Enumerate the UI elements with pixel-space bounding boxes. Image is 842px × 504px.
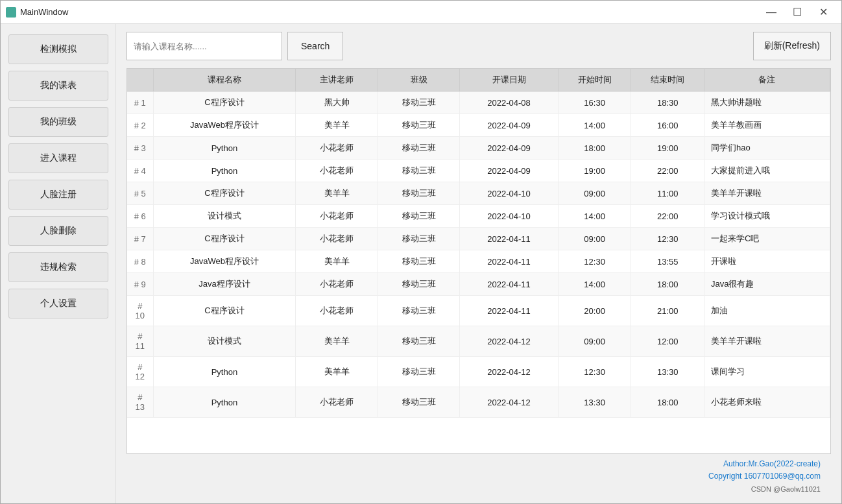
col-class: 班级 (378, 69, 459, 91)
sidebar-btn-my-class[interactable]: 我的班级 (8, 107, 108, 137)
course-table-container: 课程名称 主讲老师 班级 开课日期 开始时间 结束时间 备注 # 1 C程序设计… (126, 68, 831, 454)
title-controls: — ☐ ✕ (758, 3, 836, 22)
cell-course: Python (153, 160, 296, 182)
table-row[interactable]: # 11 设计模式 美羊羊 移动三班 2022-04-12 09:00 12:0… (127, 326, 830, 357)
maximize-button[interactable]: ☐ (784, 3, 810, 22)
cell-date: 2022-04-12 (460, 326, 559, 357)
table-row[interactable]: # 13 Python 小花老师 移动三班 2022-04-12 13:30 1… (127, 387, 830, 418)
cell-class: 移动三班 (378, 114, 459, 137)
cell-class: 移动三班 (378, 387, 459, 418)
table-row[interactable]: # 9 Java程序设计 小花老师 移动三班 2022-04-11 14:00 … (127, 273, 830, 296)
cell-class: 移动三班 (378, 182, 459, 205)
cell-start: 14:00 (558, 273, 631, 296)
cell-remark: 黑大帅讲题啦 (704, 91, 830, 114)
cell-remark: 美羊羊教画画 (704, 114, 830, 137)
table-row[interactable]: # 8 JavaWeb程序设计 美羊羊 移动三班 2022-04-11 12:3… (127, 250, 830, 273)
table-row[interactable]: # 10 C程序设计 小花老师 移动三班 2022-04-11 20:00 21… (127, 296, 830, 326)
cell-num: # 13 (127, 387, 153, 418)
sidebar-btn-face-register[interactable]: 人脸注册 (8, 180, 108, 210)
toolbar-left: Search (126, 32, 343, 60)
cell-class: 移动三班 (378, 205, 459, 228)
table-row[interactable]: # 12 Python 美羊羊 移动三班 2022-04-12 12:30 13… (127, 357, 830, 387)
table-row[interactable]: # 3 Python 小花老师 移动三班 2022-04-09 18:00 19… (127, 137, 830, 160)
table-row[interactable]: # 4 Python 小花老师 移动三班 2022-04-09 19:00 22… (127, 160, 830, 182)
cell-remark: 一起来学C吧 (704, 228, 830, 250)
cell-date: 2022-04-12 (460, 357, 559, 387)
table-row[interactable]: # 7 C程序设计 小花老师 移动三班 2022-04-11 09:00 12:… (127, 228, 830, 250)
cell-end: 12:30 (631, 228, 704, 250)
cell-end: 13:30 (631, 357, 704, 387)
cell-class: 移动三班 (378, 326, 459, 357)
cell-remark: 学习设计模式哦 (704, 205, 830, 228)
cell-course: JavaWeb程序设计 (153, 250, 296, 273)
cell-num: # 2 (127, 114, 153, 137)
cell-class: 移动三班 (378, 296, 459, 326)
cell-num: # 5 (127, 182, 153, 205)
cell-end: 21:00 (631, 296, 704, 326)
cell-date: 2022-04-09 (460, 160, 559, 182)
cell-remark: 同学们hao (704, 137, 830, 160)
col-start: 开始时间 (558, 69, 631, 91)
table-header: 课程名称 主讲老师 班级 开课日期 开始时间 结束时间 备注 (127, 69, 830, 91)
cell-date: 2022-04-11 (460, 250, 559, 273)
toolbar: Search 刷新(Refresh) (126, 32, 831, 60)
search-input[interactable] (126, 32, 282, 60)
cell-course: Java程序设计 (153, 273, 296, 296)
table-row[interactable]: # 1 C程序设计 黑大帅 移动三班 2022-04-08 16:30 18:3… (127, 91, 830, 114)
cell-teacher: 美羊羊 (296, 326, 378, 357)
sidebar-btn-enter-course[interactable]: 进入课程 (8, 143, 108, 173)
copyright-text: Copyright 1607701069@qq.com (137, 470, 821, 483)
sidebar-btn-my-schedule[interactable]: 我的课表 (8, 71, 108, 101)
search-button[interactable]: Search (287, 32, 343, 60)
table-row[interactable]: # 6 设计模式 小花老师 移动三班 2022-04-10 14:00 22:0… (127, 205, 830, 228)
cell-class: 移动三班 (378, 91, 459, 114)
cell-course: Python (153, 387, 296, 418)
course-table: 课程名称 主讲老师 班级 开课日期 开始时间 结束时间 备注 # 1 C程序设计… (127, 69, 830, 418)
cell-teacher: 小花老师 (296, 296, 378, 326)
sidebar-btn-detect[interactable]: 检测模拟 (8, 34, 108, 64)
cell-date: 2022-04-10 (460, 182, 559, 205)
cell-teacher: 小花老师 (296, 205, 378, 228)
cell-course: C程序设计 (153, 182, 296, 205)
col-end: 结束时间 (631, 69, 704, 91)
minimize-button[interactable]: — (758, 3, 784, 22)
cell-num: # 7 (127, 228, 153, 250)
refresh-button[interactable]: 刷新(Refresh) (753, 32, 831, 60)
cell-end: 11:00 (631, 182, 704, 205)
cell-teacher: 黑大帅 (296, 91, 378, 114)
cell-start: 14:00 (558, 205, 631, 228)
cell-course: 设计模式 (153, 326, 296, 357)
content-area: 检测模拟我的课表我的班级进入课程人脸注册人脸删除违规检索个人设置 Search … (1, 24, 841, 503)
cell-start: 14:00 (558, 114, 631, 137)
cell-teacher: 美羊羊 (296, 357, 378, 387)
title-bar-left: MainWindow (6, 7, 68, 18)
sidebar-btn-personal-settings[interactable]: 个人设置 (8, 289, 108, 318)
title-bar: MainWindow — ☐ ✕ (1, 1, 841, 24)
sidebar-btn-violation-search[interactable]: 违规检索 (8, 252, 108, 282)
cell-start: 09:00 (558, 326, 631, 357)
cell-date: 2022-04-11 (460, 228, 559, 250)
cell-teacher: 美羊羊 (296, 182, 378, 205)
close-button[interactable]: ✕ (810, 3, 836, 22)
cell-remark: 小花老师来啦 (704, 387, 830, 418)
cell-class: 移动三班 (378, 228, 459, 250)
cell-teacher: 小花老师 (296, 228, 378, 250)
cell-end: 16:00 (631, 114, 704, 137)
col-date: 开课日期 (460, 69, 559, 91)
cell-num: # 3 (127, 137, 153, 160)
table-row[interactable]: # 5 C程序设计 美羊羊 移动三班 2022-04-10 09:00 11:0… (127, 182, 830, 205)
cell-end: 19:00 (631, 137, 704, 160)
sidebar-btn-face-delete[interactable]: 人脸删除 (8, 216, 108, 246)
cell-start: 20:00 (558, 296, 631, 326)
table-body: # 1 C程序设计 黑大帅 移动三班 2022-04-08 16:30 18:3… (127, 91, 830, 418)
col-remark: 备注 (704, 69, 830, 91)
table-row[interactable]: # 2 JavaWeb程序设计 美羊羊 移动三班 2022-04-09 14:0… (127, 114, 830, 137)
cell-remark: 开课啦 (704, 250, 830, 273)
cell-start: 12:30 (558, 357, 631, 387)
cell-course: C程序设计 (153, 91, 296, 114)
cell-end: 13:55 (631, 250, 704, 273)
cell-start: 09:00 (558, 228, 631, 250)
cell-date: 2022-04-09 (460, 114, 559, 137)
cell-date: 2022-04-12 (460, 387, 559, 418)
cell-num: # 11 (127, 326, 153, 357)
